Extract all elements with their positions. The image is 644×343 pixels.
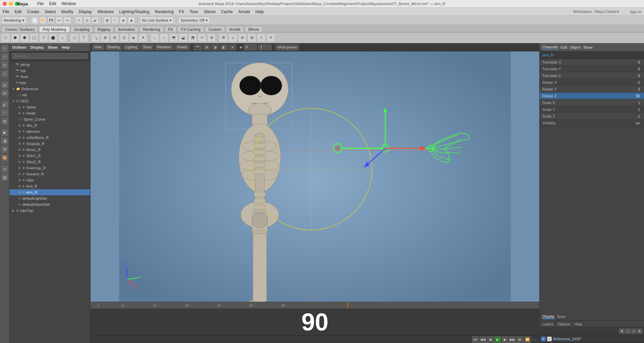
- list-item[interactable]: ⊕ ⊕ Shin2_R: [9, 159, 90, 165]
- display-tab[interactable]: Display: [542, 314, 554, 319]
- save-file-button[interactable]: 💾: [47, 17, 55, 24]
- shelf-tab-curves[interactable]: Curves / Surfaces: [1, 26, 38, 32]
- outliner-display-menu[interactable]: Display: [30, 45, 44, 49]
- menu-cache[interactable]: Cache: [221, 9, 233, 14]
- cloth-button[interactable]: ⋯: [1, 109, 8, 117]
- channel-value-translate-y[interactable]: [618, 67, 641, 71]
- channel-value-translate-x[interactable]: [618, 60, 641, 65]
- list-item[interactable]: ⊕ ⊕ forearm_R: [9, 171, 90, 177]
- list-item[interactable]: ⊙ defaultLightSet: [9, 195, 90, 201]
- list-item[interactable]: ⌇ ⌇ Spine_Curve: [9, 116, 90, 122]
- shelf-icon-9[interactable]: T: [79, 33, 88, 42]
- play-button[interactable]: ▶: [494, 336, 501, 343]
- shelf-icon-4[interactable]: ◯: [30, 33, 39, 42]
- snap-point-button[interactable]: ⊕: [120, 17, 127, 24]
- anim-tab[interactable]: Anim: [557, 315, 566, 319]
- file-menu[interactable]: File: [37, 1, 44, 6]
- channel-value-translate-z[interactable]: [618, 73, 641, 78]
- menu-arnold[interactable]: Arnold: [238, 9, 250, 14]
- shelf-icon-20[interactable]: ⬔: [188, 33, 197, 42]
- play-forward-button[interactable]: ▶▶: [509, 336, 516, 343]
- render-button[interactable]: ▶: [1, 129, 8, 136]
- channel-row-rotate-y[interactable]: Rotate Y: [540, 86, 644, 93]
- vp-textured-button[interactable]: ◧: [220, 44, 228, 50]
- object-tab[interactable]: Object: [570, 45, 580, 49]
- skip-to-start-button[interactable]: ⏮: [472, 336, 479, 343]
- list-item[interactable]: ⊕ ⊕ Spine: [9, 104, 90, 110]
- list-item[interactable]: ⊕ ⊕ Shin1_R: [9, 153, 90, 159]
- vp-tx-input[interactable]: 0: [244, 44, 257, 50]
- options-menu[interactable]: Options: [558, 322, 570, 326]
- shelf-icon-3[interactable]: ⬣: [20, 33, 29, 42]
- menu-toon[interactable]: Toon: [190, 9, 198, 14]
- menu-display[interactable]: Display: [79, 9, 92, 14]
- menu-edit[interactable]: Edit: [15, 9, 22, 14]
- shelf-icon-12[interactable]: ⊟: [110, 33, 119, 42]
- timeline-scrubber[interactable]: [347, 302, 348, 309]
- skip-to-end-button[interactable]: ⏭: [517, 336, 523, 343]
- list-item[interactable]: ⊙ defaultObjectSet: [9, 201, 90, 207]
- outliner-help-menu[interactable]: Help: [62, 45, 70, 49]
- menu-lighting-shading[interactable]: Lighting/Shading: [119, 9, 149, 14]
- list-item[interactable]: 📷 top: [9, 68, 90, 74]
- vp-renderer-menu[interactable]: Renderer: [155, 44, 174, 50]
- channel-value-visibility[interactable]: [618, 121, 641, 125]
- channels-tab[interactable]: Channels: [542, 45, 558, 50]
- shelf-icon-25[interactable]: ⊛: [238, 33, 247, 42]
- scale-tool-button[interactable]: ⤡: [1, 70, 8, 77]
- shelf-icon-17[interactable]: ↔: [160, 33, 169, 42]
- list-item[interactable]: ⊕ ⊕ arm_R: [9, 189, 90, 195]
- list-item[interactable]: 📷 front: [9, 74, 90, 80]
- mode-dropdown[interactable]: Rendering ▾: [1, 17, 27, 24]
- channel-value-rotate-x[interactable]: [618, 80, 641, 85]
- layer-visibility-check[interactable]: ✓: [547, 337, 552, 341]
- close-button[interactable]: [3, 2, 7, 6]
- vp-lighting-menu[interactable]: Lighting: [123, 44, 140, 50]
- channel-value-scale-z[interactable]: [618, 114, 641, 119]
- paint-tool-button[interactable]: 🖌: [1, 101, 8, 108]
- shelf-tab-rigging[interactable]: Rigging: [94, 26, 114, 32]
- channel-value-scale-y[interactable]: [618, 107, 641, 112]
- no-live-surface-dropdown[interactable]: No Live Surface ▾: [140, 17, 174, 24]
- list-item[interactable]: ⊕ ⊕ sternum: [9, 128, 90, 134]
- snap-curve-button[interactable]: ⌇: [112, 17, 119, 24]
- lasso-button[interactable]: ⊙: [83, 17, 91, 24]
- vp-lighting-button[interactable]: ☀: [229, 44, 236, 50]
- open-file-button[interactable]: 📂: [39, 17, 47, 24]
- list-item[interactable]: ▼ 📁 Reference: [9, 86, 90, 92]
- mac-menu-bar[interactable]: File Edit Window: [37, 1, 76, 6]
- vp-cam-select-button[interactable]: 📷: [194, 44, 202, 50]
- snap-grid-button[interactable]: ⊞: [103, 17, 111, 24]
- vp-panels-menu[interactable]: Panels: [175, 44, 190, 50]
- channel-row-scale-y[interactable]: Scale Y: [540, 106, 644, 113]
- menu-fx[interactable]: FX: [179, 9, 184, 14]
- menu-windows[interactable]: Windows: [97, 9, 114, 14]
- menu-help[interactable]: Help: [255, 9, 264, 14]
- list-item[interactable]: ⊕ ⊕ Kneecap_R: [9, 165, 90, 171]
- minimize-button[interactable]: [9, 2, 13, 6]
- shelf-icon-7[interactable]: ⟐: [58, 33, 67, 42]
- edit-tab[interactable]: Edit: [561, 45, 567, 49]
- channel-row-translate-y[interactable]: Translate Y: [540, 66, 644, 72]
- help-menu[interactable]: Help: [574, 322, 582, 326]
- shelf-tab-fx[interactable]: FX: [165, 26, 177, 32]
- nav-arrow-next[interactable]: ▷: [631, 328, 637, 334]
- menu-modify[interactable]: Modify: [61, 9, 73, 14]
- shelf-icon-23[interactable]: ⌘: [219, 33, 228, 42]
- traffic-lights[interactable]: [3, 2, 19, 6]
- list-item[interactable]: ⊕ ⊕ femur_R: [9, 147, 90, 153]
- menu-file[interactable]: File: [3, 9, 9, 14]
- shelf-tab-arnold[interactable]: Arnold: [226, 26, 244, 32]
- shelf-icon-24[interactable]: ⍟: [228, 33, 237, 42]
- nav-arrow-right[interactable]: ▶: [637, 328, 643, 334]
- vp-view-menu[interactable]: View: [92, 44, 104, 50]
- channel-row-scale-x[interactable]: Scale X: [540, 99, 644, 106]
- channel-row-scale-z[interactable]: Scale Z: [540, 113, 644, 120]
- shelf-tab-rendering[interactable]: Rendering: [139, 26, 164, 32]
- channel-row-rotate-x[interactable]: Rotate X: [540, 79, 644, 86]
- channel-row-translate-z[interactable]: Translate Z: [540, 72, 644, 79]
- step-back-button[interactable]: ◀: [487, 336, 494, 343]
- search-input[interactable]: [11, 53, 88, 59]
- shelf-icon-22[interactable]: ⊕: [207, 33, 216, 42]
- menu-select[interactable]: Select: [45, 9, 56, 14]
